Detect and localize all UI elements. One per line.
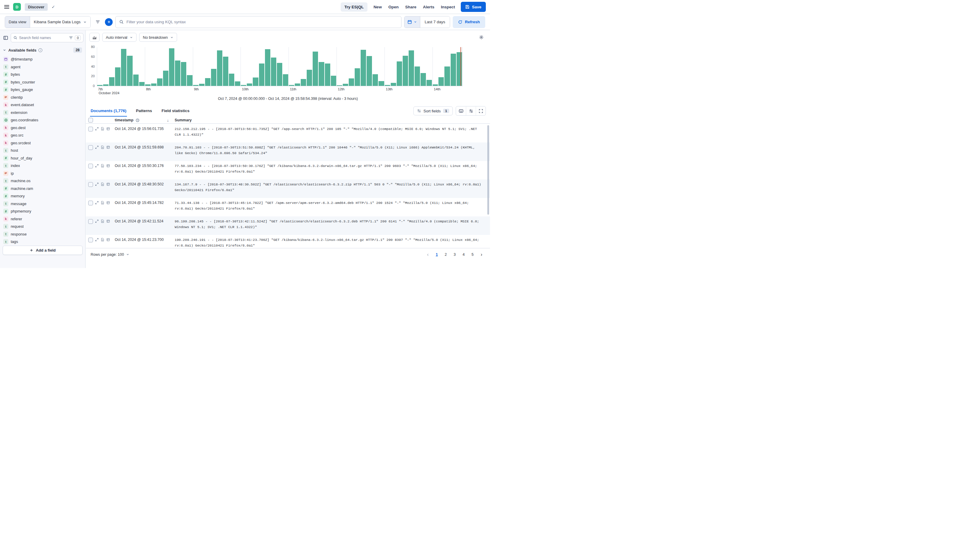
expand-row-icon[interactable] bbox=[95, 201, 99, 205]
display-options-icon[interactable] bbox=[466, 107, 476, 115]
field-item[interactable]: #machine.ram bbox=[3, 185, 83, 192]
field-item[interactable]: thost bbox=[3, 147, 83, 154]
chart-options-icon[interactable] bbox=[477, 33, 486, 42]
select-all-checkbox[interactable] bbox=[88, 118, 93, 122]
row-checkbox[interactable] bbox=[88, 182, 93, 187]
field-item[interactable]: kevent.dataset bbox=[3, 101, 83, 109]
pagination-next[interactable]: › bbox=[478, 251, 485, 258]
field-type-icon-text: t bbox=[3, 64, 8, 70]
keyboard-icon[interactable] bbox=[456, 107, 466, 115]
row-checkbox[interactable] bbox=[88, 200, 93, 205]
pagination-page-3[interactable]: 3 bbox=[451, 251, 458, 258]
interval-select[interactable]: Auto interval bbox=[102, 33, 137, 42]
field-item[interactable]: #bytes bbox=[3, 71, 83, 78]
pagination-page-4[interactable]: 4 bbox=[460, 251, 467, 258]
column-header-timestamp[interactable]: timestamp bbox=[115, 118, 140, 122]
field-item[interactable]: #phpmemory bbox=[3, 207, 83, 215]
field-item[interactable]: tmachine.os bbox=[3, 177, 83, 185]
field-search-input[interactable] bbox=[19, 36, 67, 40]
pagination-page-1[interactable]: 1 bbox=[433, 251, 441, 258]
breakdown-select[interactable]: No breakdown bbox=[139, 33, 177, 42]
field-item[interactable]: geo.coordinates bbox=[3, 116, 83, 124]
nav-item-new[interactable]: New bbox=[374, 5, 382, 9]
field-item[interactable]: IPclientip bbox=[3, 94, 83, 101]
edit-visualization-icon[interactable] bbox=[89, 33, 100, 42]
histogram-bar bbox=[349, 78, 354, 86]
breadcrumb[interactable]: Discover bbox=[25, 3, 48, 11]
available-fields-header[interactable]: Available fields i 28 bbox=[0, 44, 85, 55]
row-timestamp: Oct 14, 2024 @ 15:48:30.502 bbox=[115, 180, 175, 198]
row-checkbox[interactable] bbox=[88, 219, 93, 224]
expand-row-icon[interactable] bbox=[95, 238, 99, 242]
tab-documents[interactable]: Documents (1,776) bbox=[90, 105, 127, 116]
row-checkbox[interactable] bbox=[88, 145, 93, 150]
histogram-plot[interactable] bbox=[97, 47, 463, 86]
expand-row-icon[interactable] bbox=[95, 127, 99, 130]
try-esql-button[interactable]: Try ES|QL bbox=[340, 2, 368, 12]
kql-search-input[interactable] bbox=[126, 20, 398, 24]
field-type-icon-text: t bbox=[3, 110, 8, 115]
nav-item-share[interactable]: Share bbox=[405, 5, 416, 9]
field-item[interactable]: kreferer bbox=[3, 215, 83, 223]
field-name: geo.src bbox=[11, 133, 24, 137]
nav-item-alerts[interactable]: Alerts bbox=[423, 5, 434, 9]
expand-row-icon[interactable] bbox=[95, 183, 99, 186]
field-item[interactable]: #bytes_gauge bbox=[3, 86, 83, 94]
menu-icon[interactable] bbox=[4, 5, 9, 9]
field-item[interactable]: ttags bbox=[3, 238, 83, 246]
field-item[interactable]: textension bbox=[3, 109, 83, 116]
fullscreen-icon[interactable] bbox=[476, 107, 485, 115]
field-filter-icon[interactable] bbox=[69, 36, 73, 40]
field-item[interactable]: tmessage bbox=[3, 200, 83, 208]
field-item[interactable]: #bytes_counter bbox=[3, 78, 83, 86]
save-button[interactable]: Save bbox=[461, 2, 486, 12]
data-view-picker[interactable]: Data view Kibana Sample Data Logs bbox=[5, 16, 91, 28]
field-type-icon-keyword: k bbox=[3, 125, 8, 130]
refresh-button[interactable]: Refresh bbox=[453, 16, 485, 28]
field-item[interactable]: kgeo.dest bbox=[3, 124, 83, 132]
expand-row-icon[interactable] bbox=[95, 164, 99, 167]
field-item[interactable]: IPip bbox=[3, 170, 83, 177]
tab-patterns[interactable]: Patterns bbox=[135, 105, 153, 116]
expand-row-icon[interactable] bbox=[95, 145, 99, 149]
expand-row-icon[interactable] bbox=[95, 219, 99, 223]
table-scrollbar[interactable] bbox=[487, 125, 489, 215]
row-checkbox[interactable] bbox=[88, 164, 93, 169]
time-range-value[interactable]: Last 7 days bbox=[420, 16, 450, 28]
nav-item-open[interactable]: Open bbox=[388, 5, 399, 9]
row-checkbox[interactable] bbox=[88, 238, 93, 242]
field-item[interactable]: @timestamp bbox=[3, 56, 83, 63]
table-row: Oct 14, 2024 @ 15:56:01.735212.158.212.1… bbox=[86, 124, 490, 143]
histogram-bar bbox=[163, 71, 169, 86]
nav-item-inspect[interactable]: Inspect bbox=[441, 5, 455, 9]
pagination-page-2[interactable]: 2 bbox=[442, 251, 449, 258]
pagination-page-5[interactable]: 5 bbox=[469, 251, 476, 258]
tab-field-statistics[interactable]: Field statistics bbox=[161, 105, 190, 116]
field-item[interactable]: #hour_of_day bbox=[3, 154, 83, 162]
field-item[interactable]: tindex bbox=[3, 162, 83, 170]
field-type-icon-ip: IP bbox=[3, 95, 8, 100]
field-item[interactable]: #memory bbox=[3, 192, 83, 200]
field-type-icon-text: t bbox=[3, 178, 8, 183]
quick-select-calendar-button[interactable] bbox=[404, 16, 420, 28]
space-avatar[interactable]: D bbox=[13, 3, 21, 11]
rows-per-page-button[interactable]: Rows per page: 100 bbox=[91, 253, 129, 257]
field-item[interactable]: trequest bbox=[3, 223, 83, 231]
field-item[interactable]: kgeo.srcdest bbox=[3, 139, 83, 147]
sort-fields-button[interactable]: Sort fields 1 bbox=[414, 107, 453, 115]
field-item[interactable]: kgeo.src bbox=[3, 132, 83, 139]
collapse-sidebar-icon[interactable] bbox=[3, 35, 8, 41]
saved-query-menu-icon[interactable] bbox=[93, 17, 102, 27]
field-item[interactable]: tagent bbox=[3, 63, 83, 71]
histogram-bar bbox=[433, 84, 438, 86]
field-item[interactable]: tresponse bbox=[3, 231, 83, 238]
row-controls bbox=[86, 143, 115, 161]
info-icon: i bbox=[38, 48, 42, 52]
rows-per-page-label: Rows per page: 100 bbox=[91, 253, 124, 257]
add-filter-button[interactable] bbox=[105, 18, 113, 26]
pagination-prev[interactable]: ‹ bbox=[424, 251, 431, 258]
row-checkbox[interactable] bbox=[88, 127, 93, 132]
add-field-button[interactable]: Add a field bbox=[3, 246, 83, 255]
sort-descending-icon[interactable]: ↓ bbox=[167, 118, 169, 122]
table-row: Oct 14, 2024 @ 15:48:30.502134.167.7.9 -… bbox=[86, 180, 490, 198]
